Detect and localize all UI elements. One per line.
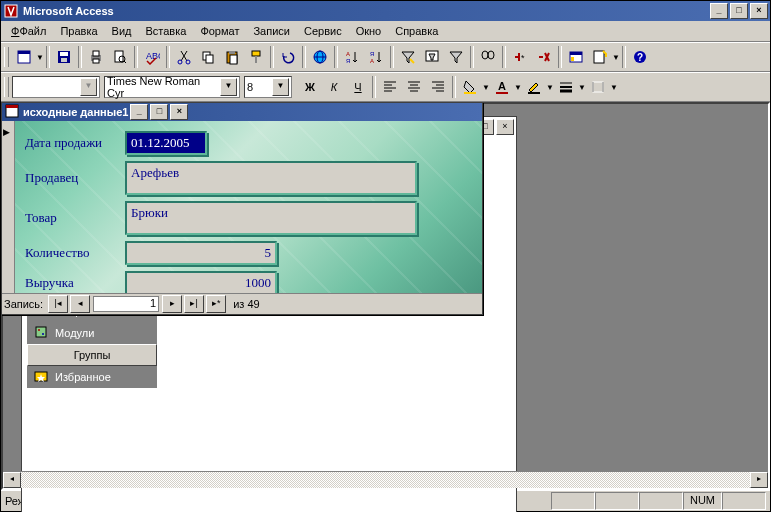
sort-asc-button[interactable]: АЯ bbox=[340, 45, 364, 69]
menu-view[interactable]: Вид bbox=[106, 23, 138, 39]
svg-rect-2 bbox=[18, 51, 30, 54]
font-size-combo[interactable]: 8▼ bbox=[244, 76, 292, 98]
toggle-filter-button[interactable] bbox=[444, 45, 468, 69]
special-effect-button[interactable] bbox=[586, 75, 610, 99]
favorites-icon bbox=[33, 368, 49, 386]
bold-button[interactable]: Ж bbox=[298, 75, 322, 99]
new-object-dropdown[interactable]: ▼ bbox=[612, 53, 620, 62]
new-record-button[interactable]: * bbox=[508, 45, 532, 69]
sidebar-groups-header[interactable]: Группы bbox=[27, 344, 157, 366]
form-maximize-button[interactable]: □ bbox=[150, 104, 168, 120]
align-center-button[interactable] bbox=[402, 75, 426, 99]
minimize-button[interactable]: _ bbox=[710, 3, 728, 19]
font-color-button[interactable]: A bbox=[490, 75, 514, 99]
menu-format[interactable]: Формат bbox=[194, 23, 245, 39]
menu-insert[interactable]: Вставка bbox=[140, 23, 193, 39]
svg-text:ABC: ABC bbox=[146, 51, 160, 61]
label-product: Товар bbox=[25, 210, 125, 226]
svg-rect-35 bbox=[570, 52, 582, 55]
line-width-dropdown[interactable]: ▼ bbox=[578, 83, 586, 92]
undo-button[interactable] bbox=[276, 45, 300, 69]
paste-button[interactable] bbox=[220, 45, 244, 69]
db-close-button[interactable]: × bbox=[496, 119, 514, 135]
fill-color-button[interactable] bbox=[458, 75, 482, 99]
italic-button[interactable]: К bbox=[322, 75, 346, 99]
menu-file[interactable]: ФФайл bbox=[5, 23, 52, 39]
sidebar-item-modules[interactable]: Модули bbox=[27, 322, 157, 344]
object-combo[interactable]: ▼ bbox=[12, 76, 100, 98]
filter-form-button[interactable] bbox=[420, 45, 444, 69]
svg-rect-36 bbox=[571, 57, 574, 61]
align-left-button[interactable] bbox=[378, 75, 402, 99]
input-date[interactable]: 01.12.2005 bbox=[125, 131, 207, 155]
delete-record-button[interactable] bbox=[532, 45, 556, 69]
help-button[interactable]: ? bbox=[628, 45, 652, 69]
nav-next-button[interactable]: ▸ bbox=[162, 295, 182, 313]
special-effect-dropdown[interactable]: ▼ bbox=[610, 83, 618, 92]
nav-last-button[interactable]: ▸| bbox=[184, 295, 204, 313]
underline-button[interactable]: Ч bbox=[346, 75, 370, 99]
database-window-button[interactable] bbox=[564, 45, 588, 69]
form-icon bbox=[4, 103, 20, 121]
svg-rect-4 bbox=[60, 52, 68, 56]
cut-button[interactable] bbox=[172, 45, 196, 69]
svg-line-11 bbox=[124, 61, 126, 63]
label-revenue: Выручка bbox=[25, 275, 125, 291]
status-panel-5 bbox=[722, 492, 766, 510]
view-dropdown[interactable]: ▼ bbox=[36, 53, 44, 62]
svg-rect-20 bbox=[252, 51, 260, 56]
nav-total: из 49 bbox=[233, 298, 259, 310]
scroll-track[interactable] bbox=[21, 472, 750, 488]
menu-window[interactable]: Окно bbox=[350, 23, 388, 39]
font-color-dropdown[interactable]: ▼ bbox=[514, 83, 522, 92]
find-button[interactable] bbox=[476, 45, 500, 69]
input-qty[interactable]: 5 bbox=[125, 241, 277, 265]
input-seller[interactable]: Арефьев bbox=[125, 161, 417, 195]
filter-selection-button[interactable] bbox=[396, 45, 420, 69]
sidebar-item-favorites[interactable]: Избранное bbox=[27, 366, 157, 388]
save-button[interactable] bbox=[52, 45, 76, 69]
scroll-right-button[interactable]: ▸ bbox=[750, 472, 768, 488]
scroll-left-button[interactable]: ◂ bbox=[3, 472, 21, 488]
nav-prev-button[interactable]: ◂ bbox=[70, 295, 90, 313]
input-product[interactable]: Брюки bbox=[125, 201, 417, 235]
svg-point-49 bbox=[42, 333, 44, 335]
maximize-button[interactable]: □ bbox=[730, 3, 748, 19]
record-navbar: Запись: |◂ ◂ 1 ▸ ▸| ▸* из 49 bbox=[2, 293, 482, 314]
line-color-button[interactable] bbox=[522, 75, 546, 99]
new-object-button[interactable] bbox=[588, 45, 612, 69]
font-combo[interactable]: Times New Roman Cyr▼ bbox=[104, 76, 240, 98]
spelling-button[interactable]: ABC bbox=[140, 45, 164, 69]
form-window: исходные данные1 _ □ × Дата продажи 01.1… bbox=[1, 102, 483, 315]
workspace-scrollbar-h[interactable]: ◂ ▸ bbox=[3, 471, 768, 488]
view-button[interactable] bbox=[12, 45, 36, 69]
sort-desc-button[interactable]: ЯА bbox=[364, 45, 388, 69]
align-right-button[interactable] bbox=[426, 75, 450, 99]
nav-new-button[interactable]: ▸* bbox=[206, 295, 226, 313]
line-color-dropdown[interactable]: ▼ bbox=[546, 83, 554, 92]
form-close-button[interactable]: × bbox=[170, 104, 188, 120]
line-width-button[interactable] bbox=[554, 75, 578, 99]
toolbar-grip-2[interactable] bbox=[4, 77, 9, 97]
menu-tools[interactable]: Сервис bbox=[298, 23, 348, 39]
toolbar-grip[interactable] bbox=[4, 47, 9, 67]
hyperlink-button[interactable] bbox=[308, 45, 332, 69]
nav-current-input[interactable]: 1 bbox=[93, 296, 159, 312]
svg-rect-40 bbox=[464, 92, 476, 94]
format-painter-button[interactable] bbox=[244, 45, 268, 69]
nav-first-button[interactable]: |◂ bbox=[48, 295, 68, 313]
input-revenue[interactable]: 1000 bbox=[125, 271, 277, 293]
menu-records[interactable]: Записи bbox=[247, 23, 296, 39]
print-preview-button[interactable] bbox=[108, 45, 132, 69]
fill-color-dropdown[interactable]: ▼ bbox=[482, 83, 490, 92]
copy-button[interactable] bbox=[196, 45, 220, 69]
form-minimize-button[interactable]: _ bbox=[130, 104, 148, 120]
menu-edit[interactable]: Правка bbox=[54, 23, 103, 39]
svg-rect-7 bbox=[93, 51, 99, 56]
menu-help[interactable]: Справка bbox=[389, 23, 444, 39]
close-button[interactable]: × bbox=[750, 3, 768, 19]
svg-point-14 bbox=[186, 60, 190, 64]
print-button[interactable] bbox=[84, 45, 108, 69]
record-selector[interactable] bbox=[2, 121, 15, 293]
svg-rect-18 bbox=[229, 51, 235, 54]
